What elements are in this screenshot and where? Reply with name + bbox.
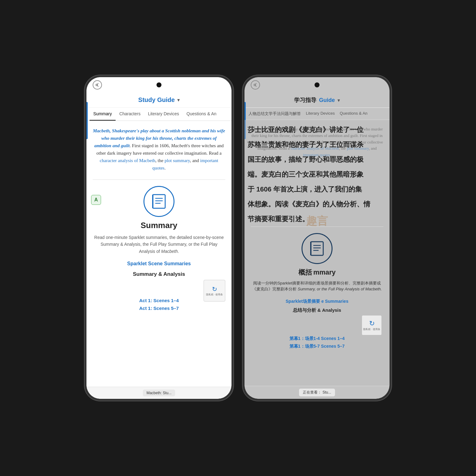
chinese-overlay: 莎士比亚的戏剧《麦克白》讲述了一位 苏格兰贵族和他的妻子为了王位而谋杀 国王的故… (248, 125, 386, 229)
sparklet-cn[interactable]: Sparklet场景摘要 (286, 299, 320, 304)
nav-tabs-right: 人物总结文学手法问题与解答 Literary Devices Questions… (245, 108, 390, 120)
back-button[interactable] (93, 80, 102, 90)
captcha-widget: ↻ 隐私权 · 使用条 (204, 280, 225, 302)
summary-desc-text: Read one-minute Sparklet summaries, the … (94, 235, 224, 254)
book-icon (150, 192, 168, 211)
book-icon-container (143, 186, 174, 217)
captcha-widget-right: ↻ 隐私权 · 使用条 (362, 315, 382, 335)
captcha-icon: ↻ (212, 285, 217, 293)
tab-literary-right[interactable]: Literary Devices (303, 108, 337, 120)
nav-tabs-left: Summary Characters Literary Devices Ques… (86, 108, 231, 121)
tab-literary-devices[interactable]: Literary Devices (144, 108, 183, 121)
back-button-right[interactable] (251, 80, 260, 90)
content-left: A Macbeth, Shakespeare's play about a Sc… (86, 121, 231, 387)
act1b-en[interactable]: Scenes 5–7 (321, 344, 345, 349)
captcha-area: ↻ 隐私权 · 使用条 (93, 280, 225, 295)
bottom-tab-label[interactable]: Macbeth: Stu... (143, 390, 175, 396)
sparklet-right: Sparklet场景摘要 e Summaries (251, 298, 383, 304)
tab-summary[interactable]: Summary (90, 108, 116, 121)
summary-title-right: 概括 mmary (298, 268, 336, 277)
summary-desc: Read one-minute Sparklet summaries, the … (93, 234, 225, 255)
svg-rect-7 (311, 242, 323, 255)
act1b-cn[interactable]: 第幕1：场景5-7 (289, 344, 320, 349)
cn-bottom: 正在查看： (303, 390, 321, 394)
act1-scenes5-7-link[interactable]: Act 1: Scenes 5–7 (93, 306, 225, 311)
summary-section: Summary Read one-minute Sparklet summari… (93, 186, 225, 255)
cn-text-4: 端。麦克白的三个女巫和其他黑暗形象 (248, 169, 386, 179)
bottom-bar-left: Macbeth: Stu... (86, 387, 231, 399)
act1a-right: 第幕1：场景1-4 Scenes 1–4 (251, 336, 383, 342)
status-bar-right (245, 77, 390, 93)
cn-title: 学习指导 (294, 96, 316, 104)
header-left: Study Guide ▾ (86, 93, 231, 108)
summary-section-right: 概括 mmary 阅读一分钟的Sparklet摘要和详细的逐场景摘要和分析、完整… (251, 233, 383, 292)
intro-body3: , the (155, 158, 165, 163)
summary-analysis-title: Summary & Analysis (93, 271, 225, 277)
intro-body4: , and (190, 158, 200, 163)
intro-body5: . (165, 165, 166, 170)
subsection-cn: 总结与分析 (293, 307, 316, 313)
chevron-down-icon[interactable]: ▾ (177, 97, 180, 103)
camera-notch-left (156, 82, 161, 87)
left-phone: Study Guide ▾ Summary Characters Literar… (85, 75, 233, 401)
act1b-right: 第幕1：场景5-7 Scenes 5–7 (251, 343, 383, 349)
phone-wrapper: Study Guide ▾ Summary Characters Literar… (85, 75, 391, 401)
chevron-down-icon-right[interactable]: ▾ (337, 97, 340, 103)
book-svg-right (308, 239, 326, 258)
right-phone: 学习指导 Guide ▾ 人物总结文学手法问题与解答 Literary Devi… (243, 75, 391, 401)
content-right: Macbeth, Shakespeare's play about a Scot… (245, 120, 390, 386)
captcha-right-area: ↻ 隐私权 · 使用条 (251, 315, 383, 334)
summary-desc-right: 阅读一分钟的Sparklet摘要和详细的逐场景摘要和分析、完整剧本摘要或《麦克白… (251, 280, 383, 292)
header-right: 学习指导 Guide ▾ (245, 93, 390, 108)
captcha-label: 隐私权 · 使用条 (206, 293, 223, 296)
en-bottom: Stu... (323, 390, 331, 394)
tab-cn-all[interactable]: 人物总结文学手法问题与解答 (246, 108, 303, 120)
en-summary-title: mmary (313, 268, 336, 276)
cn-text-5: 于 1606 年首次上演，进入了我们的集 (248, 184, 386, 194)
captcha-refresh-icon: ↻ (369, 320, 375, 328)
summary-title: Summary (141, 221, 178, 230)
tab-questions[interactable]: Questions & An (183, 108, 220, 121)
book-icon-right (302, 233, 333, 264)
status-bar-left (86, 77, 231, 93)
divider-1 (93, 179, 225, 180)
macbeth-italic: Macbeth (161, 249, 178, 254)
tab-questions-right[interactable]: Questions & An (337, 108, 370, 120)
en-title: Guide (319, 97, 335, 104)
captcha-label-right: 隐私权 · 使用条 (363, 328, 380, 331)
cn-text-6: 体想象。阅读《麦克白》的人物分析、情 (248, 199, 386, 209)
camera-notch-right (315, 82, 320, 87)
right-phone-screen: 学习指导 Guide ▾ 人物总结文学手法问题与解答 Literary Devi… (245, 77, 390, 399)
cn-text-3: 国王的故事，描绘了野心和罪恶感的极 (248, 154, 386, 165)
sparklet-summaries-link[interactable]: Sparklet Scene Summaries (93, 261, 225, 267)
svg-rect-1 (153, 195, 165, 208)
bottom-tab-right[interactable]: 正在查看： Stu... (299, 389, 335, 396)
cn-text-2: 苏格兰贵族和他的妻子为了王位而谋杀 (248, 139, 386, 150)
act1a-cn[interactable]: 第幕1：场景1-4 (289, 336, 320, 341)
side-indicator-left (86, 102, 88, 139)
a-badge: A (91, 195, 101, 205)
cn-text-1: 莎士比亚的戏剧《麦克白》讲述了一位 (248, 125, 386, 135)
summary-desc-end: . (178, 249, 179, 254)
watermark: 趣言 (306, 214, 328, 228)
study-guide-title: Study Guide (138, 96, 175, 104)
sparklet-en[interactable]: e Summaries (321, 299, 348, 304)
subsection-en: & Analysis (317, 307, 341, 313)
subsection-right: 总结与分析 & Analysis (251, 307, 383, 313)
bottom-bar-right: 正在查看： Stu... (245, 386, 390, 399)
act1a-en[interactable]: Scenes 1–4 (321, 336, 345, 341)
macbeth-title-bold: Macbeth (93, 128, 110, 133)
character-analysis-link[interactable]: character analysis of Macbeth (100, 158, 156, 163)
plot-summary-link[interactable]: plot summary (165, 158, 190, 163)
intro-paragraph: Macbeth, Shakespeare's play about a Scot… (93, 127, 225, 172)
cn-summary-title: 概括 (298, 268, 312, 276)
left-phone-screen: Study Guide ▾ Summary Characters Literar… (86, 77, 231, 399)
tab-characters[interactable]: Characters (116, 108, 144, 121)
